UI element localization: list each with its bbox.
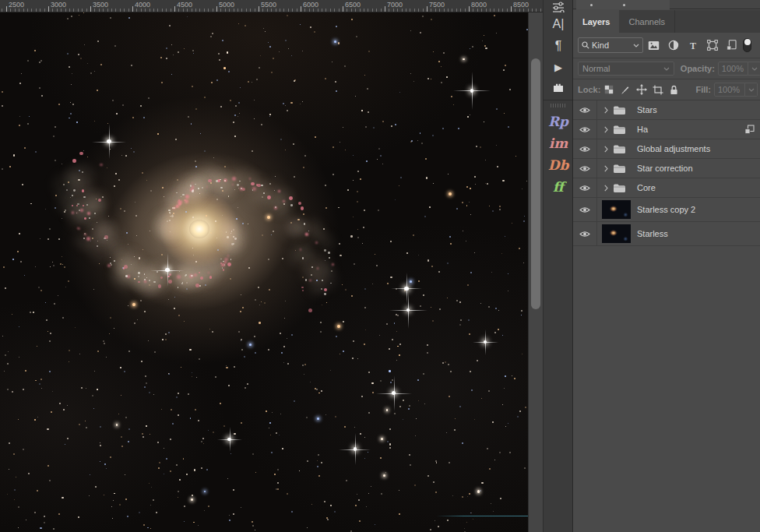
layer-row[interactable]: Stars: [573, 100, 760, 120]
star: [300, 24, 301, 25]
filter-adjustment-layers-icon[interactable]: [664, 37, 682, 53]
star: [142, 249, 143, 250]
star: [508, 273, 508, 274]
fill-dropdown-chevron[interactable]: [745, 83, 758, 97]
layer-name[interactable]: Starless: [637, 229, 668, 238]
star: [317, 460, 318, 461]
star: [470, 272, 472, 273]
star: [67, 53, 69, 55]
plugin-panel-glyph-rp[interactable]: Rp: [544, 114, 573, 129]
star: [448, 174, 449, 174]
layer-row[interactable]: Star correction: [573, 159, 760, 178]
star: [276, 488, 277, 490]
expand-chevron-icon[interactable]: [602, 107, 610, 114]
vertical-scrollbar[interactable]: [528, 12, 543, 532]
plugin-panel-glyph-db[interactable]: Db: [544, 157, 573, 173]
star: [364, 288, 366, 290]
layer-row[interactable]: Starless: [573, 222, 760, 246]
layer-thumbnail[interactable]: [602, 224, 631, 243]
filter-toggle-switch[interactable]: [743, 38, 751, 52]
expand-chevron-icon[interactable]: [602, 165, 610, 172]
scrollbar-thumb[interactable]: [531, 58, 540, 309]
layer-name[interactable]: Star correction: [637, 164, 693, 173]
visibility-toggle[interactable]: [573, 178, 597, 197]
opacity-label: Opacity:: [681, 64, 715, 73]
star: [474, 176, 476, 178]
star: [310, 382, 311, 382]
layer-name[interactable]: Core: [637, 183, 656, 192]
star: [58, 104, 60, 105]
actions-play-icon[interactable]: ▶: [544, 62, 573, 73]
horizontal-ruler[interactable]: 2500300035004000450050005500600065007000…: [0, 0, 543, 12]
layer-name[interactable]: Stars: [637, 105, 657, 115]
expand-chevron-icon[interactable]: [602, 126, 610, 133]
star: [474, 252, 475, 253]
layer-name[interactable]: Starless copy 2: [637, 205, 695, 214]
panel-icon-strip: A| ¶ ▶ RpimDbff: [543, 0, 572, 532]
blend-mode-dropdown[interactable]: Normal: [578, 62, 674, 76]
star: [114, 45, 116, 47]
visibility-toggle[interactable]: [573, 198, 597, 221]
star: [467, 284, 469, 286]
remnant-icon-dot: [590, 4, 593, 6]
libraries-panel-icon[interactable]: [544, 83, 573, 93]
lock-transparency-icon[interactable]: [600, 83, 617, 97]
layer-row[interactable]: Ha: [573, 120, 760, 139]
lock-all-icon[interactable]: [666, 83, 682, 97]
star: [325, 78, 326, 79]
plugin-panel-glyph-ff[interactable]: ff: [544, 179, 573, 195]
character-panel-icon[interactable]: A|: [544, 17, 573, 31]
visibility-toggle[interactable]: [573, 139, 597, 158]
lock-artboard-icon[interactable]: [649, 83, 666, 97]
filter-pixel-layers-icon[interactable]: [645, 37, 663, 53]
fill-value[interactable]: 100%: [714, 83, 745, 97]
expand-chevron-icon[interactable]: [602, 146, 610, 153]
visibility-toggle[interactable]: [573, 100, 597, 119]
layer-name[interactable]: Ha: [637, 125, 648, 134]
layer-thumbnail[interactable]: [602, 200, 631, 219]
layer-row[interactable]: Core: [573, 178, 760, 198]
star: [294, 176, 295, 178]
visibility-toggle[interactable]: [573, 222, 597, 245]
nebula-blob: [324, 293, 326, 295]
star: [160, 57, 162, 58]
star: [121, 395, 121, 396]
chevron-down-icon: [748, 88, 755, 92]
star: [410, 73, 411, 74]
filter-smart-objects-icon[interactable]: [723, 37, 741, 53]
tab-layers[interactable]: Layers: [573, 10, 619, 33]
paragraph-panel-icon[interactable]: ¶: [544, 39, 573, 53]
star: [496, 108, 498, 110]
star: [332, 174, 334, 175]
tab-channels[interactable]: Channels: [619, 10, 674, 33]
lock-pixels-icon[interactable]: [617, 83, 633, 97]
layer-name[interactable]: Global adjustments: [637, 144, 710, 153]
star: [62, 317, 64, 319]
opacity-value[interactable]: 100%: [718, 62, 748, 76]
star: [454, 429, 456, 431]
plugin-panel-glyph-im[interactable]: im: [544, 136, 573, 151]
filter-type-layers-icon[interactable]: T: [684, 37, 702, 53]
document-canvas[interactable]: [0, 12, 528, 532]
filter-shape-layers-icon[interactable]: [703, 37, 721, 53]
strip-drag-handle[interactable]: [551, 104, 566, 107]
star: [12, 259, 14, 260]
star: [378, 148, 380, 150]
ruler-label: 3500: [93, 1, 108, 9]
visibility-toggle[interactable]: [573, 120, 597, 139]
star: [400, 177, 402, 178]
opacity-dropdown-chevron[interactable]: [748, 62, 760, 76]
star: [524, 467, 526, 469]
layer-row[interactable]: Global adjustments: [573, 139, 760, 159]
star: [223, 67, 226, 69]
layer-row[interactable]: Starless copy 2: [573, 198, 760, 222]
star: [427, 344, 428, 346]
expand-chevron-icon[interactable]: [602, 185, 610, 192]
star: [226, 367, 228, 369]
star: [268, 349, 269, 351]
adjust-sliders-icon[interactable]: [544, 2, 573, 12]
filter-kind-dropdown[interactable]: Kind: [578, 37, 643, 53]
star: [202, 438, 204, 439]
visibility-toggle[interactable]: [573, 159, 597, 178]
lock-position-icon[interactable]: [633, 83, 649, 97]
